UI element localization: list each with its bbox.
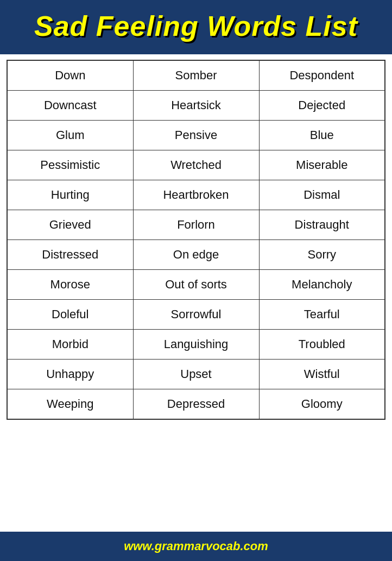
table-cell: Doleful: [7, 300, 133, 330]
table-row: WeepingDepressedGloomy: [7, 389, 385, 420]
table-cell: Blue: [259, 121, 385, 150]
table-cell: Wistful: [259, 360, 385, 389]
table-cell: Pessimistic: [7, 150, 133, 180]
table-cell: Hurting: [7, 180, 133, 210]
table-cell: Forlorn: [133, 210, 259, 240]
table-cell: Down: [7, 60, 133, 91]
table-row: GlumPensiveBlue: [7, 121, 385, 150]
table-cell: Wretched: [133, 150, 259, 180]
footer-url: www.grammarvocab.com: [124, 539, 268, 553]
table-cell: Heartbroken: [133, 180, 259, 210]
table-cell: Downcast: [7, 91, 133, 121]
table-row: DownSomberDespondent: [7, 60, 385, 91]
table-cell: Depressed: [133, 389, 259, 420]
table-container: DownSomberDespondentDowncastHeartsickDej…: [0, 54, 392, 532]
table-cell: Out of sorts: [133, 270, 259, 300]
table-cell: Miserable: [259, 150, 385, 180]
table-cell: Pensive: [133, 121, 259, 150]
table-cell: Despondent: [259, 60, 385, 91]
table-row: GrievedForlornDistraught: [7, 210, 385, 240]
table-cell: Sorrowful: [133, 300, 259, 330]
table-cell: On edge: [133, 240, 259, 270]
table-cell: Tearful: [259, 300, 385, 330]
table-row: DolefulSorrowfulTearful: [7, 300, 385, 330]
table-cell: Sorry: [259, 240, 385, 270]
words-table: DownSomberDespondentDowncastHeartsickDej…: [7, 60, 385, 420]
table-row: PessimisticWretchedMiserable: [7, 150, 385, 180]
table-cell: Dismal: [259, 180, 385, 210]
table-row: DistressedOn edgeSorry: [7, 240, 385, 270]
table-cell: Dejected: [259, 91, 385, 121]
page-header: Sad Feeling Words List: [0, 0, 392, 54]
table-row: DowncastHeartsickDejected: [7, 91, 385, 121]
table-cell: Troubled: [259, 330, 385, 360]
table-cell: Morbid: [7, 330, 133, 360]
table-row: MoroseOut of sortsMelancholy: [7, 270, 385, 300]
table-cell: Weeping: [7, 389, 133, 420]
page-footer: www.grammarvocab.com: [0, 532, 392, 561]
table-row: HurtingHeartbrokenDismal: [7, 180, 385, 210]
table-cell: Grieved: [7, 210, 133, 240]
table-row: UnhappyUpsetWistful: [7, 360, 385, 389]
table-cell: Gloomy: [259, 389, 385, 420]
table-cell: Languishing: [133, 330, 259, 360]
table-cell: Melancholy: [259, 270, 385, 300]
page-title: Sad Feeling Words List: [11, 10, 381, 42]
table-cell: Unhappy: [7, 360, 133, 389]
table-cell: Distraught: [259, 210, 385, 240]
table-row: MorbidLanguishingTroubled: [7, 330, 385, 360]
table-cell: Glum: [7, 121, 133, 150]
table-cell: Heartsick: [133, 91, 259, 121]
table-cell: Upset: [133, 360, 259, 389]
table-cell: Morose: [7, 270, 133, 300]
table-cell: Distressed: [7, 240, 133, 270]
table-cell: Somber: [133, 60, 259, 91]
